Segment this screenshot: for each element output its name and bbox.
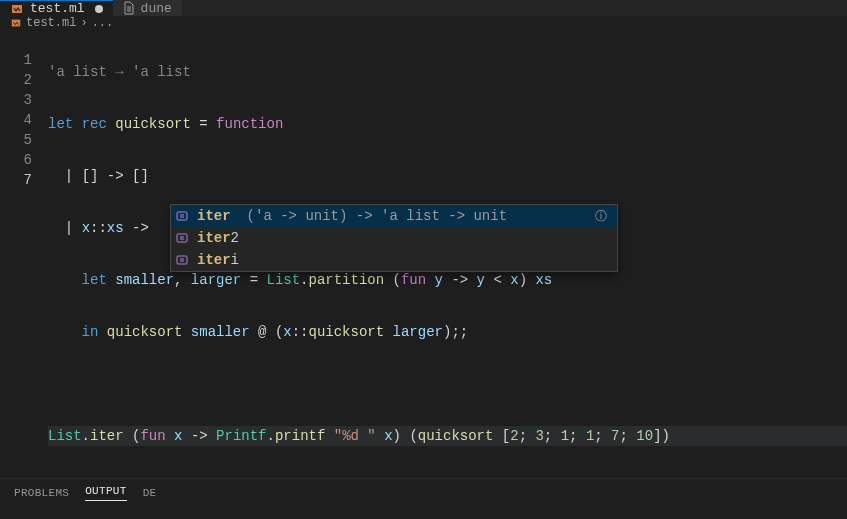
ocaml-file-icon — [10, 17, 22, 29]
panel-tab-output[interactable]: OUTPUT — [85, 485, 126, 501]
inlay-hint: 'a list → 'a list — [48, 62, 847, 82]
breadcrumb-more: ... — [92, 16, 114, 30]
line-gutter: 1 2 3 4 5 6 7 — [0, 30, 48, 478]
breadcrumb[interactable]: test.ml › ... — [0, 16, 847, 30]
panel-tab-debug[interactable]: DE — [143, 487, 157, 499]
method-icon — [175, 209, 191, 223]
tab-bar: test.ml dune — [0, 0, 847, 16]
info-icon[interactable]: ⓘ — [595, 208, 613, 225]
tab-test-ml[interactable]: test.ml — [0, 0, 113, 16]
svg-rect-1 — [177, 234, 187, 242]
panel-tab-problems[interactable]: PROBLEMS — [14, 487, 69, 499]
method-icon — [175, 253, 191, 267]
completion-item[interactable]: iter2 — [171, 227, 617, 249]
completion-popup[interactable]: iter ('a -> unit) -> 'a list -> unit ⓘ i… — [170, 204, 618, 272]
svg-rect-2 — [177, 256, 187, 264]
breadcrumb-sep: › — [80, 16, 87, 30]
tab-dune[interactable]: dune — [113, 0, 182, 16]
panel-tab-bar: PROBLEMS OUTPUT DE — [0, 478, 847, 503]
svg-rect-0 — [177, 212, 187, 220]
method-icon — [175, 231, 191, 245]
output-panel[interactable]: [Running] ocaml "/home/wocanmei/ocaml-le… — [0, 503, 847, 519]
completion-item[interactable]: iteri — [171, 249, 617, 271]
editor[interactable]: 1 2 3 4 5 6 7 'a list → 'a list let rec … — [0, 30, 847, 478]
ocaml-file-icon — [10, 2, 24, 16]
file-icon — [123, 1, 135, 15]
modified-dot-icon — [95, 5, 103, 13]
breadcrumb-file: test.ml — [26, 16, 76, 30]
tab-label: test.ml — [30, 1, 85, 16]
completion-item[interactable]: iter ('a -> unit) -> 'a list -> unit ⓘ — [171, 205, 617, 227]
tab-label: dune — [141, 1, 172, 16]
